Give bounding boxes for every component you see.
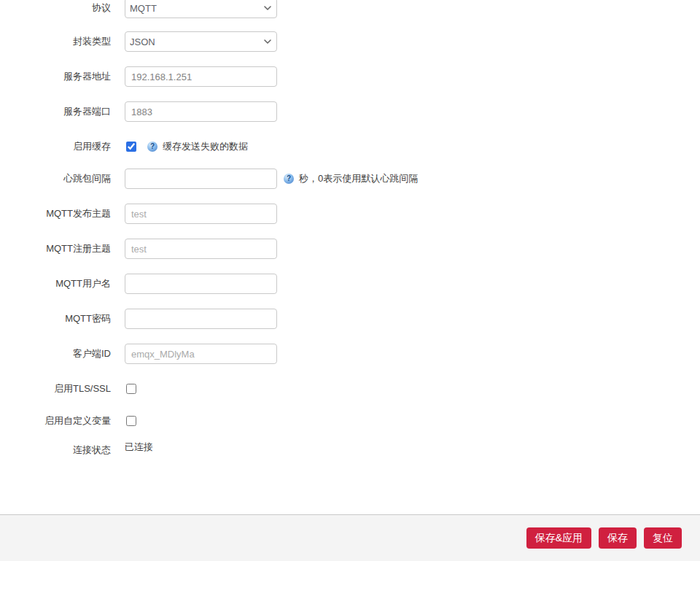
form-row-register-topic: MQTT注册主题: [0, 239, 277, 259]
mqtt-password-label: MQTT密码: [0, 312, 111, 325]
form-row-mqtt-password: MQTT密码: [0, 309, 277, 329]
server-port-label: 服务器端口: [0, 105, 111, 118]
form-row-enable-custom-vars: 启用自定义变量: [0, 411, 136, 431]
form-row-server-address: 服务器地址: [0, 66, 277, 87]
protocol-select[interactable]: MQTT: [125, 0, 277, 18]
form-row-server-port: 服务器端口: [0, 101, 277, 122]
form-row-heartbeat-interval: 心跳包间隔 ? 秒，0表示使用默认心跳间隔: [0, 169, 418, 189]
enable-tls-label: 启用TLS/SSL: [0, 382, 111, 395]
enable-tls-checkbox[interactable]: [126, 384, 136, 394]
enable-cache-help-text: 缓存发送失败的数据: [163, 140, 248, 153]
heartbeat-interval-help-text: 秒，0表示使用默认心跳间隔: [299, 172, 418, 185]
client-id-input[interactable]: [125, 344, 277, 364]
form-row-client-id: 客户端ID: [0, 344, 277, 364]
client-id-label: 客户端ID: [0, 347, 111, 360]
action-bar: 保存&应用 保存 复位: [0, 514, 700, 561]
form-row-enable-cache: 启用缓存 ? 缓存发送失败的数据: [0, 136, 248, 157]
enable-custom-vars-checkbox[interactable]: [126, 416, 136, 426]
save-apply-button[interactable]: 保存&应用: [526, 527, 591, 549]
publish-topic-label: MQTT发布主题: [0, 207, 111, 220]
encapsulation-select[interactable]: JSON: [125, 31, 277, 52]
enable-cache-checkbox[interactable]: [126, 142, 136, 152]
heartbeat-interval-input[interactable]: [125, 169, 277, 189]
help-icon: ?: [147, 142, 158, 152]
connection-status-label: 连接状态: [0, 444, 111, 457]
protocol-label: 协议: [0, 1, 111, 15]
connection-status-value: 已连接: [125, 441, 153, 454]
form-row-protocol: 协议 MQTT: [0, 0, 277, 18]
reset-button[interactable]: 复位: [644, 527, 682, 549]
server-port-input[interactable]: [125, 101, 277, 122]
server-address-label: 服务器地址: [0, 70, 111, 83]
encapsulation-label: 封装类型: [0, 35, 111, 48]
form-row-enable-tls: 启用TLS/SSL: [0, 379, 136, 399]
mqtt-password-input[interactable]: [125, 309, 277, 329]
save-button[interactable]: 保存: [599, 527, 637, 549]
mqtt-username-input[interactable]: [125, 274, 277, 294]
register-topic-label: MQTT注册主题: [0, 242, 111, 255]
register-topic-input[interactable]: [125, 239, 277, 259]
server-address-input[interactable]: [125, 66, 277, 87]
enable-cache-label: 启用缓存: [0, 140, 111, 153]
mqtt-settings-page: 协议 MQTT 封装类型 JSON 服务器地址: [0, 0, 700, 615]
mqtt-username-label: MQTT用户名: [0, 277, 111, 290]
form-row-connection-status: 连接状态 已连接: [0, 440, 153, 460]
form-row-mqtt-username: MQTT用户名: [0, 274, 277, 294]
form-row-encapsulation: 封装类型 JSON: [0, 31, 277, 52]
help-icon: ?: [284, 174, 294, 184]
form-row-publish-topic: MQTT发布主题: [0, 204, 277, 224]
enable-custom-vars-label: 启用自定义变量: [0, 414, 111, 428]
heartbeat-interval-label: 心跳包间隔: [0, 172, 111, 185]
publish-topic-input[interactable]: [125, 204, 277, 224]
